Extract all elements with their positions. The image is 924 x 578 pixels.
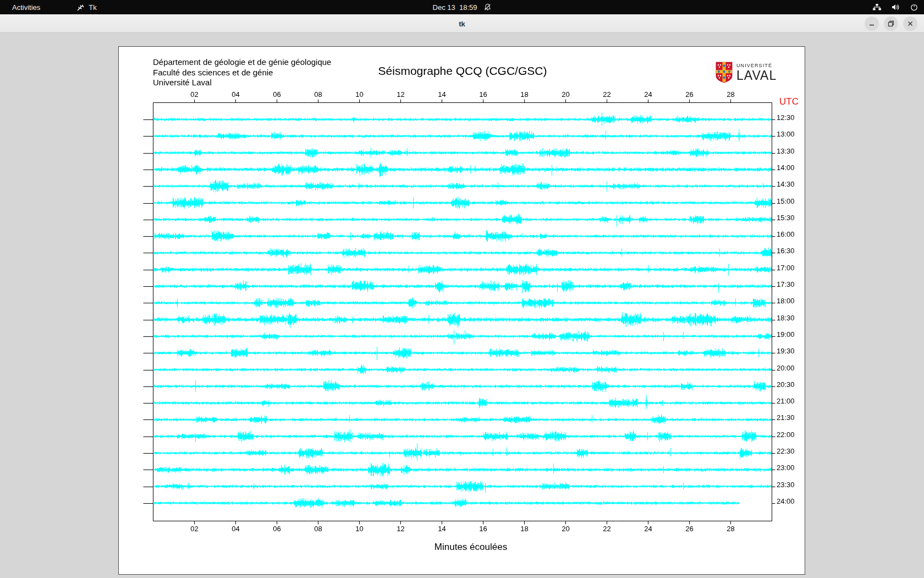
x-tick-label-bottom: 26 — [685, 525, 693, 533]
network-icon — [872, 3, 882, 12]
utc-time-label: 16:30 — [777, 247, 795, 255]
x-tick-label-bottom: 06 — [273, 525, 280, 533]
utc-time-label: 16:00 — [777, 230, 795, 238]
x-tick-label-top: 04 — [232, 90, 239, 99]
x-tick-label-bottom: 02 — [190, 525, 198, 533]
x-tick-label-bottom: 22 — [603, 525, 610, 533]
organization-block: Département de géologie et de génie géol… — [153, 57, 331, 88]
app-name-label: Tk — [89, 3, 96, 12]
activities-label: Activities — [12, 3, 40, 12]
restore-icon — [888, 20, 894, 27]
org-line-1: Département de géologie et de génie géol… — [153, 57, 331, 68]
tk-icon — [76, 3, 85, 12]
logo-laval-text: LAVAL — [736, 68, 777, 83]
utc-time-label: 14:30 — [777, 180, 795, 188]
x-tick-label-top: 26 — [685, 90, 693, 99]
focused-app-menu[interactable]: Tk — [70, 0, 103, 14]
x-tick-label-bottom: 18 — [520, 525, 528, 533]
clock-button[interactable]: Dec 13 18:59 — [433, 3, 492, 12]
x-tick-label-top: 12 — [397, 90, 404, 99]
utc-time-label: 23:00 — [777, 464, 795, 472]
utc-time-label: 13:00 — [777, 130, 795, 138]
close-icon — [907, 20, 914, 27]
utc-time-label: 21:30 — [777, 413, 795, 422]
utc-time-label: 19:00 — [777, 330, 795, 339]
org-line-3: Université Laval — [153, 78, 331, 88]
system-status-area[interactable] — [872, 3, 919, 12]
universite-laval-logo: UNIVERSITÉ LAVAL — [716, 62, 777, 83]
bell-muted-icon — [483, 3, 491, 11]
utc-time-label: 15:00 — [777, 197, 795, 205]
x-tick-label-top: 24 — [644, 90, 652, 99]
laval-crest-icon — [716, 62, 733, 83]
utc-time-label: 15:30 — [777, 214, 795, 222]
x-tick-label-bottom: 08 — [314, 525, 322, 533]
window-titlebar[interactable]: tk — [0, 14, 924, 33]
minimize-button[interactable] — [865, 17, 879, 31]
utc-time-label: 17:00 — [777, 264, 795, 272]
x-tick-label-bottom: 12 — [397, 525, 404, 533]
minimize-icon — [868, 20, 875, 27]
activities-button[interactable]: Activities — [6, 0, 47, 14]
x-tick-label-bottom: 16 — [479, 525, 487, 533]
utc-time-label: 17:30 — [777, 280, 795, 288]
utc-time-label: 22:30 — [777, 447, 795, 455]
desktop: Activities Tk — [0, 0, 924, 578]
x-tick-label-bottom: 10 — [355, 525, 363, 533]
x-tick-label-top: 08 — [314, 90, 322, 99]
logo-universite-text: UNIVERSITÉ — [736, 63, 777, 68]
seismograph-plot — [119, 47, 806, 575]
maximize-button[interactable] — [884, 17, 898, 31]
clock-time: 18:59 — [459, 3, 477, 12]
seismograph-window: Département de géologie et de génie géol… — [118, 46, 805, 575]
x-tick-label-bottom: 24 — [644, 525, 652, 533]
utc-time-label: 20:00 — [777, 364, 795, 372]
x-tick-label-top: 18 — [520, 90, 528, 99]
x-tick-label-top: 02 — [190, 90, 198, 99]
utc-time-label: 18:00 — [777, 297, 795, 305]
utc-time-label: 24:00 — [777, 497, 795, 505]
x-tick-label-bottom: 04 — [232, 525, 239, 533]
window-title: tk — [459, 19, 465, 28]
utc-time-label: 23:30 — [777, 481, 795, 489]
utc-axis-label: UTC — [779, 96, 799, 107]
utc-time-label: 21:00 — [777, 397, 795, 405]
close-button[interactable] — [903, 17, 917, 31]
gnome-top-bar: Activities Tk — [0, 0, 924, 14]
x-tick-label-top: 06 — [273, 90, 280, 99]
x-tick-label-top: 10 — [355, 90, 363, 99]
x-tick-label-top: 28 — [727, 90, 734, 99]
utc-time-label: 19:30 — [777, 347, 795, 355]
utc-time-label: 18:30 — [777, 314, 795, 322]
x-tick-label-top: 16 — [479, 90, 487, 99]
x-tick-label-top: 20 — [562, 90, 569, 99]
x-axis-title: Minutes écoulées — [435, 542, 507, 553]
x-tick-label-bottom: 14 — [438, 525, 446, 533]
clock-date: Dec 13 — [433, 3, 455, 12]
x-tick-label-bottom: 20 — [562, 525, 569, 533]
x-tick-label-bottom: 28 — [727, 525, 734, 533]
org-line-2: Faculté des sciences et de génie — [153, 68, 331, 78]
utc-time-label: 12:30 — [777, 113, 795, 122]
power-icon — [910, 3, 919, 12]
chart-title: Séismographe QCQ (CGC/GSC) — [378, 64, 547, 78]
utc-time-label: 20:30 — [777, 380, 795, 389]
utc-time-label: 14:00 — [777, 163, 795, 172]
utc-time-label: 13:30 — [777, 147, 795, 155]
utc-time-label: 22:00 — [777, 430, 795, 439]
x-tick-label-top: 22 — [603, 90, 610, 99]
volume-icon — [891, 3, 900, 12]
x-tick-label-top: 14 — [438, 90, 446, 99]
